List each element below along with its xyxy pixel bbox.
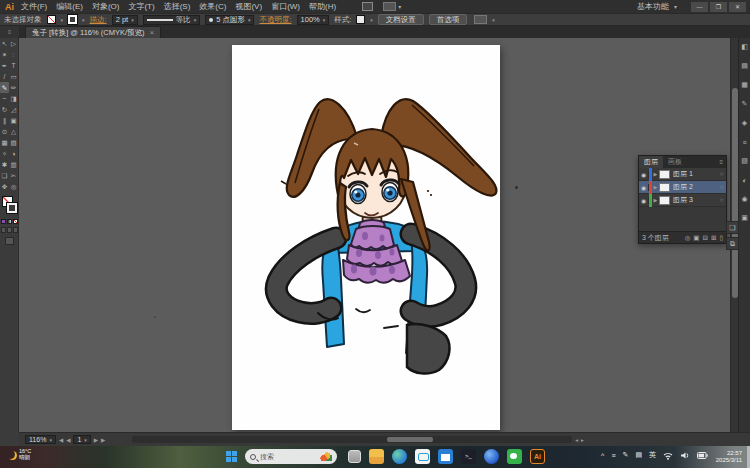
line-segment-tool[interactable]: / — [0, 71, 9, 82]
color-button[interactable] — [1, 219, 6, 224]
style-swatch[interactable] — [356, 15, 365, 24]
opacity-link[interactable]: 不透明度: — [259, 15, 291, 25]
file-explorer-icon[interactable] — [369, 449, 384, 464]
none-button[interactable] — [13, 219, 18, 224]
options-extra-icon[interactable] — [474, 15, 487, 24]
menu-item[interactable]: 选择(S) — [164, 1, 191, 12]
graphic-styles-panel-icon[interactable]: ▣ — [740, 213, 750, 223]
visibility-eye-icon[interactable]: ◉ — [639, 171, 649, 178]
hand-tool[interactable]: ✥ — [0, 181, 9, 192]
new-sublayer-icon[interactable]: ⊟ — [703, 234, 708, 242]
first-artboard-icon[interactable]: ◀ — [59, 437, 63, 443]
scale-tool[interactable]: ◿ — [9, 104, 18, 115]
width-tool[interactable]: ∥ — [0, 115, 9, 126]
illustrator-icon[interactable]: Ai — [530, 449, 545, 464]
horizontal-scrollbar[interactable] — [132, 436, 572, 443]
artwork-drawing[interactable] — [232, 45, 500, 430]
symbol-sprayer-tool[interactable]: ✱ — [0, 159, 9, 170]
close-button[interactable]: ✕ — [729, 2, 746, 12]
layer-row[interactable]: ◉▶图层 3○ — [639, 194, 726, 207]
edge-icon[interactable] — [392, 449, 407, 464]
toolbar-collapse-icon[interactable]: ≡ — [0, 26, 19, 38]
fill-color-swatch[interactable] — [47, 15, 56, 24]
wifi-icon[interactable] — [663, 451, 673, 460]
start-button[interactable] — [226, 451, 237, 462]
menu-item[interactable]: 文件(F) — [21, 1, 47, 12]
blend-tool[interactable]: ◑ — [9, 148, 18, 159]
artboard-navigation-dropdown[interactable]: 1▾ — [73, 435, 90, 444]
transparency-panel-icon[interactable]: ◐ — [740, 175, 750, 185]
pencil-tool[interactable]: ✏ — [9, 82, 18, 93]
scroll-right-icon[interactable]: ▸ — [581, 437, 584, 443]
workspace-switcher[interactable]: 基本功能 ▾ — [637, 1, 677, 12]
terminal-icon[interactable]: >_ — [461, 449, 476, 464]
search-box[interactable]: 搜索 — [245, 449, 337, 464]
bilibili-icon[interactable] — [415, 449, 430, 464]
layer-target-icon[interactable]: ○ — [717, 197, 726, 203]
previous-artboard-icon[interactable]: ◀ — [66, 437, 70, 443]
gradient-button[interactable] — [7, 219, 12, 224]
document-setup-button[interactable]: 文档设置 — [378, 14, 424, 25]
quark-icon[interactable] — [484, 449, 499, 464]
color-guide-panel-icon[interactable]: ▤ — [740, 61, 750, 71]
tab-close-icon[interactable]: × — [150, 28, 155, 37]
make-mask-icon[interactable]: ▣ — [693, 234, 699, 242]
gradient-tool[interactable]: ▨ — [9, 137, 18, 148]
visibility-eye-icon[interactable]: ◉ — [639, 184, 649, 191]
paintbrush-tool[interactable]: ✎ — [0, 82, 9, 93]
menu-item[interactable]: 帮助(H) — [309, 1, 336, 12]
direct-selection-tool[interactable]: ▷ — [9, 38, 18, 49]
battery-icon[interactable] — [697, 451, 708, 460]
artboard[interactable] — [232, 45, 500, 430]
preferences-button[interactable]: 首选项 — [429, 14, 468, 25]
width-profile-dropdown[interactable]: 等比▾ — [143, 15, 201, 25]
tray-expand-icon[interactable]: ^ — [601, 452, 604, 459]
menu-item[interactable]: 窗口(W) — [271, 1, 300, 12]
mesh-tool[interactable]: ▦ — [0, 137, 9, 148]
appearance-panel-icon[interactable]: ◉ — [740, 194, 750, 204]
last-artboard-icon[interactable]: ▶ — [101, 437, 105, 443]
zoom-level-dropdown[interactable]: 116%▾ — [25, 435, 56, 444]
layer-row[interactable]: ◉▶图层 1○ — [639, 168, 726, 181]
type-tool[interactable]: T — [9, 60, 18, 71]
weather-widget[interactable]: 16°C 晴朗 — [6, 448, 31, 460]
task-view-icon[interactable] — [348, 450, 361, 463]
opacity-dropdown[interactable]: 100%▾ — [297, 15, 330, 25]
gradient-panel-icon[interactable]: ▨ — [740, 156, 750, 166]
taskbar-clock[interactable]: 22:57 2025/3/11 — [716, 450, 742, 464]
rotate-tool[interactable]: ↻ — [0, 104, 9, 115]
scroll-left-icon[interactable]: ◂ — [575, 437, 578, 443]
stroke-link[interactable]: 描边: — [90, 15, 107, 25]
layer-target-icon[interactable]: ○ — [717, 184, 726, 190]
symbols-panel-icon[interactable]: ◈ — [740, 118, 750, 128]
stroke-indicator-swatch[interactable] — [7, 203, 17, 213]
tray-lines-icon[interactable]: ≡ — [611, 452, 615, 459]
layer-expand-icon[interactable]: ▶ — [652, 184, 659, 190]
wechat-icon[interactable] — [507, 449, 522, 464]
visibility-eye-icon[interactable]: ◉ — [639, 197, 649, 204]
volume-icon[interactable] — [680, 451, 690, 460]
shaper-tool[interactable]: ~ — [0, 93, 9, 104]
draw-normal-button[interactable] — [1, 227, 6, 233]
artboard-tool[interactable]: ❏ — [0, 170, 9, 181]
next-artboard-icon[interactable]: ▶ — [94, 437, 98, 443]
document-tab[interactable]: 兔子 [转换] @ 116% (CMYK/预览) × — [25, 26, 161, 38]
arrange-documents-icon[interactable] — [383, 2, 396, 11]
rectangle-tool[interactable]: ▭ — [9, 71, 18, 82]
brush-definition-dropdown[interactable]: 5 点圆形▾ — [205, 15, 254, 25]
lasso-tool[interactable]: ◌ — [9, 49, 18, 60]
selection-tool[interactable]: ↖ — [0, 38, 9, 49]
draw-behind-button[interactable] — [7, 227, 12, 233]
stroke-weight-dropdown[interactable]: 2 pt▾ — [112, 15, 138, 25]
zoom-tool[interactable]: ◎ — [9, 181, 18, 192]
layer-row[interactable]: ◉▶图层 2○ — [639, 181, 726, 194]
locate-object-icon[interactable]: ◎ — [685, 234, 691, 242]
layer-expand-icon[interactable]: ▶ — [652, 197, 659, 203]
restore-button[interactable]: ❐ — [710, 2, 727, 12]
perspective-grid-tool[interactable]: △ — [9, 126, 18, 137]
draw-inside-button[interactable] — [13, 227, 18, 233]
layer-expand-icon[interactable]: ▶ — [652, 171, 659, 177]
document-arrange-icon[interactable] — [362, 2, 373, 11]
panel-menu-icon[interactable]: ≡ — [719, 159, 723, 165]
menu-item[interactable]: 文字(T) — [128, 1, 154, 12]
